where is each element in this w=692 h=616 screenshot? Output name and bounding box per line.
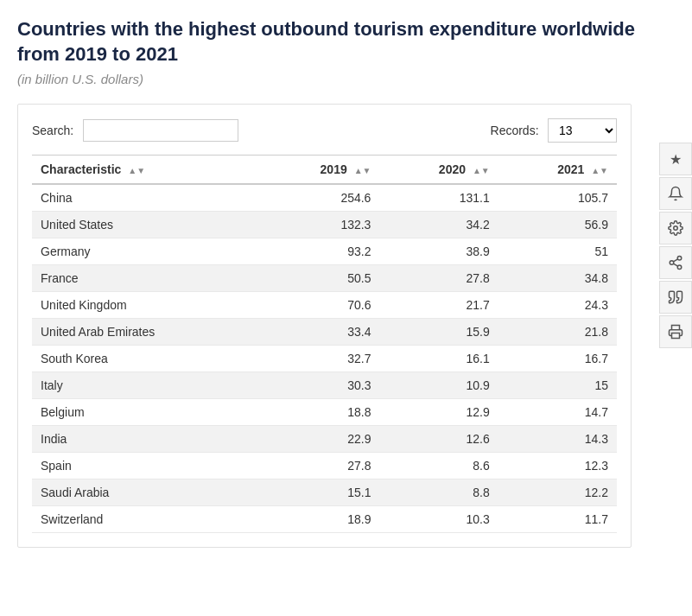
table-row: United States132.334.256.9: [32, 212, 617, 238]
cell-2019: 18.8: [261, 399, 379, 426]
col-2021-label: 2021: [557, 162, 584, 176]
svg-line-5: [673, 259, 677, 262]
table-row: France50.527.834.8: [32, 265, 617, 292]
svg-point-1: [677, 257, 682, 261]
cell-characteristic: Spain: [32, 453, 261, 479]
cell-2020: 8.8: [379, 479, 498, 506]
print-button[interactable]: [659, 315, 692, 348]
cell-2019: 32.7: [261, 346, 379, 372]
cell-2019: 33.4: [261, 319, 379, 346]
cell-2020: 38.9: [379, 238, 498, 265]
cell-2021: 12.2: [498, 479, 617, 506]
table-container: Search: Records: 10132550100 Characteris…: [17, 104, 632, 548]
svg-point-3: [677, 265, 682, 270]
sidebar-icons: ★: [659, 143, 692, 348]
cell-characteristic: United States: [32, 212, 261, 238]
cell-2021: 34.8: [498, 265, 617, 292]
svg-rect-6: [672, 333, 680, 339]
cell-2019: 254.6: [261, 184, 379, 212]
cite-button[interactable]: [659, 281, 692, 314]
records-area: Records: 10132550100: [491, 118, 617, 143]
cell-2020: 16.1: [379, 346, 498, 372]
records-select[interactable]: 10132550100: [548, 118, 617, 143]
cell-2019: 50.5: [261, 265, 379, 292]
cell-characteristic: Saudi Arabia: [32, 479, 261, 506]
cell-2019: 27.8: [261, 453, 379, 479]
header-row: Characteristic ▲▼ 2019 ▲▼ 2020 ▲▼ 2021 ▲…: [32, 156, 617, 185]
col-2019[interactable]: 2019 ▲▼: [261, 156, 379, 185]
col-2020[interactable]: 2020 ▲▼: [379, 156, 498, 185]
sort-arrows-2020: ▲▼: [473, 166, 490, 175]
cell-2019: 30.3: [261, 372, 379, 399]
cell-2020: 131.1: [379, 184, 498, 212]
cell-2020: 34.2: [379, 212, 498, 238]
cell-2020: 10.9: [379, 372, 498, 399]
records-label: Records:: [491, 124, 539, 137]
controls-row: Search: Records: 10132550100: [32, 118, 617, 143]
col-characteristic[interactable]: Characteristic ▲▼: [32, 156, 261, 185]
table-row: Germany93.238.951: [32, 238, 617, 265]
cell-characteristic: Germany: [32, 238, 261, 265]
table-header: Characteristic ▲▼ 2019 ▲▼ 2020 ▲▼ 2021 ▲…: [32, 156, 617, 185]
sort-arrows-characteristic: ▲▼: [128, 166, 145, 175]
table-row: Saudi Arabia15.18.812.2: [32, 479, 617, 506]
table-row: United Kingdom70.621.724.3: [32, 292, 617, 319]
page-title: Countries with the highest outbound tour…: [17, 17, 675, 67]
cell-2020: 12.9: [379, 399, 498, 426]
cell-2021: 12.3: [498, 453, 617, 479]
table-row: Italy30.310.915: [32, 372, 617, 399]
cell-2019: 93.2: [261, 238, 379, 265]
cell-2021: 16.7: [498, 346, 617, 372]
search-area: Search:: [32, 119, 238, 142]
gear-button[interactable]: [659, 212, 692, 244]
svg-point-0: [674, 226, 678, 231]
col-2021[interactable]: 2021 ▲▼: [498, 156, 617, 185]
table-row: Switzerland18.910.311.7: [32, 506, 617, 533]
table-row: Belgium18.812.914.7: [32, 399, 617, 426]
cell-characteristic: India: [32, 426, 261, 453]
cell-2020: 15.9: [379, 319, 498, 346]
cell-2019: 70.6: [261, 292, 379, 319]
star-button[interactable]: ★: [659, 143, 692, 175]
page-subtitle: (in billion U.S. dollars): [17, 72, 675, 86]
cell-2020: 27.8: [379, 265, 498, 292]
table-row: South Korea32.716.116.7: [32, 346, 617, 372]
main-container: Countries with the highest outbound tour…: [0, 0, 692, 565]
data-table: Characteristic ▲▼ 2019 ▲▼ 2020 ▲▼ 2021 ▲…: [32, 155, 617, 533]
cell-2020: 10.3: [379, 506, 498, 533]
search-label: Search:: [32, 124, 73, 137]
sort-arrows-2021: ▲▼: [591, 166, 608, 175]
table-row: United Arab Emirates33.415.921.8: [32, 319, 617, 346]
cell-characteristic: France: [32, 265, 261, 292]
table-row: India22.912.614.3: [32, 426, 617, 453]
bell-button[interactable]: [659, 177, 692, 210]
col-2019-label: 2019: [321, 162, 347, 176]
col-characteristic-label: Characteristic: [41, 162, 121, 176]
svg-point-2: [670, 261, 674, 265]
cell-2019: 132.3: [261, 212, 379, 238]
cell-2021: 14.7: [498, 399, 617, 426]
sort-arrows-2019: ▲▼: [354, 166, 371, 175]
cell-characteristic: Italy: [32, 372, 261, 399]
cell-characteristic: United Arab Emirates: [32, 319, 261, 346]
cell-2021: 51: [498, 238, 617, 265]
cell-2021: 15: [498, 372, 617, 399]
share-button[interactable]: [659, 246, 692, 279]
cell-characteristic: Switzerland: [32, 506, 261, 533]
table-body: China254.6131.1105.7United States132.334…: [32, 184, 617, 533]
cell-2019: 15.1: [261, 479, 379, 506]
cell-2020: 12.6: [379, 426, 498, 453]
col-2020-label: 2020: [439, 162, 466, 176]
cell-2021: 11.7: [498, 506, 617, 533]
cell-2021: 56.9: [498, 212, 617, 238]
cell-2021: 14.3: [498, 426, 617, 453]
cell-characteristic: United Kingdom: [32, 292, 261, 319]
cell-characteristic: Belgium: [32, 399, 261, 426]
cell-characteristic: South Korea: [32, 346, 261, 372]
cell-2021: 24.3: [498, 292, 617, 319]
search-input[interactable]: [83, 119, 238, 142]
cell-characteristic: China: [32, 184, 261, 212]
table-row: Spain27.88.612.3: [32, 453, 617, 479]
cell-2019: 22.9: [261, 426, 379, 453]
cell-2021: 21.8: [498, 319, 617, 346]
